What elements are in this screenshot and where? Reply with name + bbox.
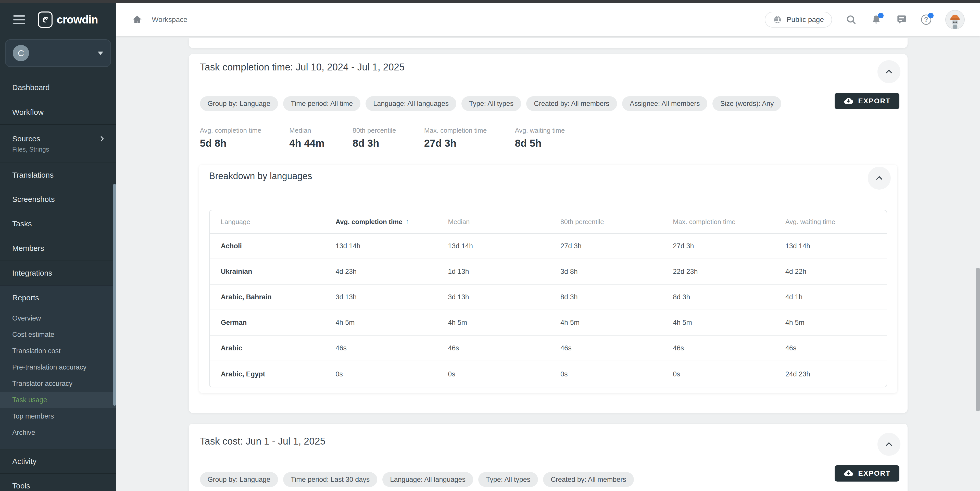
search-button[interactable] (845, 14, 857, 26)
sidebar-item-overview[interactable]: Overview (0, 310, 116, 327)
sidebar-scrollbar[interactable] (113, 184, 116, 406)
home-icon (132, 14, 143, 25)
crowdin-logo-icon (38, 11, 52, 28)
table-row[interactable]: Ukrainian 4d 23h 1d 13h 3d 8h 22d 23h 4d… (210, 259, 887, 285)
messages-button[interactable] (895, 14, 907, 26)
task-cost-title: Task cost: Jun 1 - Jul 1, 2025 (200, 436, 872, 447)
table-row[interactable]: Acholi 13d 14h 13d 14h 27d 3h 27d 3h 13d… (210, 234, 887, 259)
public-page-button[interactable]: Public page (765, 12, 832, 27)
task-cost-card: Task cost: Jun 1 - Jul 1, 2025 Group by:… (189, 424, 908, 491)
sidebar-item-translation-cost[interactable]: Translation cost (0, 343, 116, 359)
crowdin-logo[interactable]: crowdin (38, 11, 98, 28)
sidebar-item-members[interactable]: Members (0, 236, 116, 261)
breadcrumb-label: Workspace (152, 16, 188, 24)
filter-chip-type[interactable]: Type: All types (461, 96, 521, 111)
hamburger-menu-icon[interactable] (13, 15, 25, 24)
chevron-up-icon (885, 440, 893, 449)
window-top-strip (0, 0, 980, 3)
collapse-task-completion-button[interactable] (877, 60, 900, 83)
sidebar-item-cost-estimate[interactable]: Cost estimate (0, 327, 116, 343)
caret-down-icon (98, 51, 103, 55)
export-button[interactable]: EXPORT (835, 465, 899, 481)
task-cost-filters: Group by: Language Time period: Last 30 … (189, 472, 908, 487)
column-header-80th-percentile[interactable]: 80th percentile (549, 210, 662, 233)
table-row[interactable]: Arabic 46s 46s 46s 46s 46s (210, 336, 887, 361)
table-header-row: Language Avg. completion time ↑ Median 8… (210, 210, 887, 234)
sidebar-item-pre-translation-accuracy[interactable]: Pre-translation accuracy (0, 359, 116, 375)
chat-icon (896, 14, 907, 25)
filter-chip-language[interactable]: Language: All languages (382, 472, 473, 487)
topbar: Workspace Public page (116, 3, 980, 36)
breakdown-title: Breakdown by languages (199, 164, 897, 182)
filter-chip-group-by[interactable]: Group by: Language (200, 472, 278, 487)
sidebar-item-activity[interactable]: Activity (0, 449, 116, 473)
chevron-up-icon (875, 174, 884, 182)
notifications-button[interactable] (870, 14, 882, 26)
sidebar-item-tools[interactable]: Tools (0, 473, 116, 491)
breakdown-card: Breakdown by languages Language Avg. com… (199, 164, 897, 393)
export-label: EXPORT (858, 469, 891, 477)
table-row[interactable]: Arabic, Egypt 0s 0s 0s 0s 24d 23h (210, 361, 887, 387)
stat-avg-waiting-time: Avg. waiting time 8d 5h (515, 126, 565, 149)
sidebar-item-dashboard[interactable]: Dashboard (0, 75, 116, 100)
help-button[interactable]: ? (920, 14, 932, 26)
main-content: Task completion time: Jul 10, 2024 - Jul… (116, 36, 980, 491)
collapse-task-cost-button[interactable] (877, 433, 900, 456)
sidebar-item-reports[interactable]: Reports (0, 285, 116, 310)
account-switcher[interactable]: C (5, 39, 111, 67)
task-completion-title: Task completion time: Jul 10, 2024 - Jul… (200, 62, 872, 73)
filter-chip-group-by[interactable]: Group by: Language (200, 96, 278, 111)
sidebar-item-tasks[interactable]: Tasks (0, 212, 116, 236)
sidebar-item-integrations[interactable]: Integrations (0, 261, 116, 285)
account-avatar: C (13, 45, 29, 61)
filter-chip-created-by[interactable]: Created by: All members (526, 96, 617, 111)
filter-chip-assignee[interactable]: Assignee: All members (622, 96, 708, 111)
chevron-up-icon (885, 67, 893, 76)
export-label: EXPORT (858, 97, 891, 105)
stat-max-completion-time: Max. completion time 27d 3h (424, 126, 487, 149)
column-header-language[interactable]: Language (210, 210, 325, 233)
column-header-median[interactable]: Median (437, 210, 549, 233)
sidebar-item-workflow[interactable]: Workflow (0, 100, 116, 124)
sidebar-item-sources[interactable]: Sources Files, Strings (0, 124, 116, 163)
sidebar-item-translations[interactable]: Translations (0, 163, 116, 187)
page-scrollbar[interactable] (976, 268, 980, 411)
sidebar-item-task-usage[interactable]: Task usage (0, 392, 116, 408)
stat-median: Median 4h 44m (289, 126, 325, 149)
sort-asc-icon: ↑ (405, 218, 409, 226)
topbar-actions: Public page (765, 10, 965, 29)
globe-icon (773, 15, 782, 24)
sidebar-item-top-members[interactable]: Top members (0, 408, 116, 424)
export-button[interactable]: EXPORT (835, 93, 899, 109)
reports-group: Reports Overview Cost estimate Translati… (0, 285, 116, 449)
cloud-download-icon (843, 96, 853, 106)
sidebar-item-archive[interactable]: Archive (0, 424, 116, 441)
filter-chip-time-period[interactable]: Time period: Last 30 days (283, 472, 377, 487)
stat-avg-completion-time: Avg. completion time 5d 8h (200, 126, 261, 149)
crowdin-logo-text: crowdin (57, 13, 98, 26)
filter-chip-time-period[interactable]: Time period: All time (283, 96, 361, 111)
help-dot (928, 13, 934, 18)
sidebar-item-translator-accuracy[interactable]: Translator accuracy (0, 375, 116, 392)
cloud-download-icon (843, 468, 853, 478)
filter-chip-type[interactable]: Type: All types (478, 472, 538, 487)
filter-chip-created-by[interactable]: Created by: All members (543, 472, 634, 487)
public-page-label: Public page (787, 16, 824, 24)
previous-card-partial (189, 38, 908, 48)
column-header-max-completion-time[interactable]: Max. completion time (662, 210, 774, 233)
column-header-avg-waiting-time[interactable]: Avg. waiting time (774, 210, 887, 233)
filter-chip-language[interactable]: Language: All languages (366, 96, 456, 111)
sidebar-item-screenshots[interactable]: Screenshots (0, 187, 116, 212)
user-avatar[interactable] (945, 10, 965, 29)
breadcrumb[interactable]: Workspace (132, 14, 188, 25)
stat-80th-percentile: 80th percentile 8d 3h (353, 126, 396, 149)
table-row[interactable]: Arabic, Bahrain 3d 13h 3d 13h 8d 3h 8d 3… (210, 285, 887, 310)
table-row[interactable]: German 4h 5m 4h 5m 4h 5m 4h 5m 4h 5m (210, 310, 887, 336)
languages-table: Language Avg. completion time ↑ Median 8… (209, 210, 887, 387)
sidebar-nav: Dashboard Workflow Sources Files, String… (0, 75, 116, 491)
sidebar-header: crowdin (0, 3, 116, 36)
column-header-avg-completion-time[interactable]: Avg. completion time ↑ (325, 210, 437, 233)
collapse-breakdown-button[interactable] (868, 167, 891, 190)
filter-chip-size[interactable]: Size (words): Any (713, 96, 781, 111)
task-completion-filters: Group by: Language Time period: All time… (189, 96, 908, 111)
